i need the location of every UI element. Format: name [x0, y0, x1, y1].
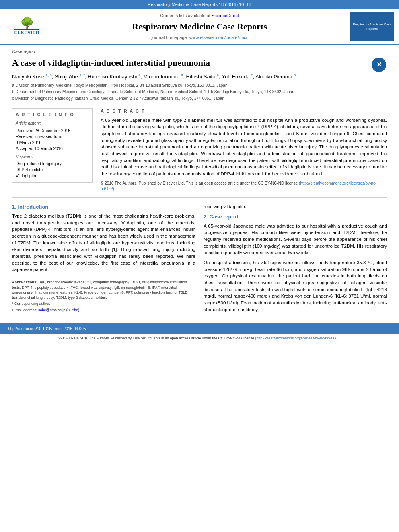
article-info-box: A R T I C L E I N F O Article history: R… [12, 108, 93, 182]
crossmark-badge: ✕ [371, 57, 387, 73]
body-columns: 1. Introduction Type 2 diabetes mellitus… [12, 203, 387, 316]
abstract-column: A B S T R A C T A 65-year-old Japanese m… [101, 108, 387, 191]
authors-line: Naoyuki Kuse a, b, Shinji Abe a, *, Hide… [12, 73, 387, 81]
bottom-copyright: 2213-0071/© 2016 The Authors. Published … [0, 334, 399, 343]
intro-cont-text: receiving vildagliptin. [204, 203, 387, 210]
abstract-license: © 2016 The Authors. Published by Elsevie… [101, 181, 387, 192]
article-title: A case of vildagliptin-induced interstit… [12, 57, 367, 69]
elsevier-tree-icon: 🌳 [20, 18, 34, 29]
article-info-column: A R T I C L E I N F O Article history: R… [12, 108, 93, 191]
contents-line: Contents lists available at ScienceDirec… [53, 13, 346, 19]
received-revised-label: Received in revised form [16, 134, 89, 140]
divider [12, 105, 387, 105]
journal-title: Respiratory Medicine Case Reports [53, 21, 346, 33]
crossmark-icon: ✕ [372, 58, 386, 72]
corresponding-line: * Corresponding author. [12, 301, 195, 306]
keywords-section: Keywords: Drug-induced lung injury DPP-4… [16, 154, 89, 179]
footnote-box: Abbreviations: BAL, bronchoalveolar lava… [12, 277, 195, 313]
homepage-label: journal homepage: [151, 35, 188, 40]
introduction-heading: 1. Introduction [12, 203, 195, 211]
article-section: Case report A case of vildagliptin-induc… [0, 45, 399, 195]
intro-text-1: Type 2 diabetes mellitus (T2DM) is one o… [12, 214, 195, 272]
header-right: Respiratory Medicine Case Reports [346, 12, 394, 41]
body-left-column: 1. Introduction Type 2 diabetes mellitus… [12, 203, 195, 316]
case-report-text-1: A 65-year-old Japanese male was admitted… [204, 223, 387, 256]
sciencedirect-link[interactable]: ScienceDirect [212, 13, 239, 18]
email-link[interactable]: sabe@nms.ac.jp (S. Abe). [38, 308, 80, 312]
received-revised-date: 8 March 2016 [16, 140, 89, 146]
abbreviations-line: Abbreviations: BAL, bronchoalveolar lava… [12, 280, 195, 300]
page: Respiratory Medicine Case Reports 18 (20… [0, 0, 399, 532]
elsevier-logo-container: 🌳 ELSEVIER [5, 12, 49, 41]
header-center: Contents lists available at ScienceDirec… [53, 13, 346, 41]
body-section: 1. Introduction Type 2 diabetes mellitus… [0, 199, 399, 320]
homepage-link[interactable]: www.elsevier.com/locate/rmcr [189, 35, 248, 40]
authors-text: Naoyuki Kuse a, b, Shinji Abe a, *, Hide… [12, 74, 296, 80]
copyright-text: 2213-0071/© 2016 The Authors. Published … [58, 336, 254, 340]
email-line: E-mail address: sabe@nms.ac.jp (S. Abe). [12, 308, 195, 313]
accepted-date: Accepted 10 March 2016 [16, 146, 89, 152]
introduction-text: Type 2 diabetes mellitus (T2DM) is one o… [12, 213, 195, 273]
elsevier-wordmark: ELSEVIER [14, 29, 39, 36]
abbreviations-text: BAL, bronchoalveolar lavage; CT, compute… [12, 280, 189, 300]
doi-link[interactable]: http://dx.doi.org/10.1016/j.rmcr.2016.03… [8, 327, 86, 331]
received-date: Received 28 December 2015 [16, 128, 89, 134]
keyword-2: DPP-4 inhibitor [16, 167, 89, 173]
case-report-label: Case report [12, 49, 387, 55]
journal-cover-text: Respiratory Medicine Case Reports [352, 22, 393, 31]
history-label: Article history: [16, 121, 89, 126]
header-left: 🌳 ELSEVIER [5, 12, 53, 41]
info-abstract-columns: A R T I C L E I N F O Article history: R… [12, 108, 387, 191]
top-bar: Respiratory Medicine Case Reports 18 (20… [0, 0, 399, 9]
keywords-label: Keywords: [16, 154, 89, 160]
email-label: E-mail address: [12, 308, 37, 312]
header-section: 🌳 ELSEVIER Contents lists available at S… [0, 9, 399, 45]
affiliation-a: a Division of Pulmonary Medicine, Tokyo … [12, 83, 387, 88]
article-info-title: A R T I C L E I N F O [16, 112, 89, 118]
affiliation-c: c Division of Diagnostic Pathology, Itab… [12, 96, 387, 101]
copyright-end: ). [338, 336, 341, 340]
body-right-column: receiving vildagliptin. 2. Case report A… [204, 203, 387, 316]
article-title-row: A case of vildagliptin-induced interstit… [12, 57, 387, 73]
case-report-heading: 2. Case report [204, 213, 387, 220]
doi-bar: http://dx.doi.org/10.1016/j.rmcr.2016.03… [0, 323, 399, 334]
copyright-link[interactable]: (http://creativecommons.org/licenses/by-… [255, 336, 337, 340]
keyword-1: Drug-induced lung injury [16, 161, 89, 167]
abbreviations-label: Abbreviations: [12, 280, 37, 284]
license-text: © 2016 The Authors. Published by Elsevie… [101, 181, 298, 185]
keyword-3: Vildagliptin [16, 173, 89, 179]
contents-text: Contents lists available at [160, 13, 210, 18]
abstract-title: A B S T R A C T [101, 108, 387, 114]
case-report-text-2: On hospital admission, his vital signs w… [204, 259, 387, 313]
journal-volume-info: Respiratory Medicine Case Reports 18 (20… [148, 2, 251, 7]
journal-homepage: journal homepage: www.elsevier.com/locat… [53, 35, 346, 41]
abstract-text: A 65-year-old Japanese male with type 2 … [101, 117, 387, 177]
intro-cont-span: receiving vildagliptin. [204, 204, 246, 209]
section-divider [12, 197, 387, 198]
journal-cover-image: Respiratory Medicine Case Reports [350, 12, 394, 41]
affiliation-b: b Department of Pulmonary Medicine and O… [12, 89, 387, 95]
keywords-list: Drug-induced lung injury DPP-4 inhibitor… [16, 161, 89, 179]
elsevier-logo: 🌳 ELSEVIER [14, 18, 39, 36]
affiliations: a Division of Pulmonary Medicine, Tokyo … [12, 83, 387, 101]
